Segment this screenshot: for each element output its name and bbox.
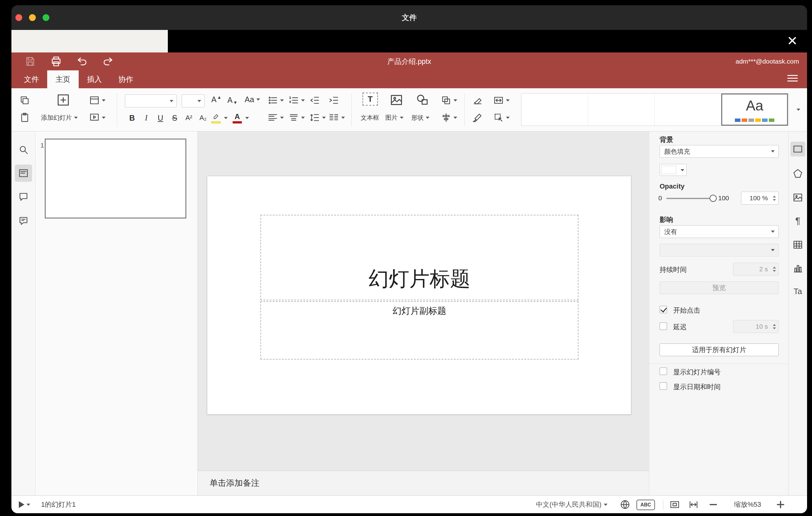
- left-icon-strip: [11, 132, 35, 495]
- show-date-time-checkbox[interactable]: [660, 382, 667, 390]
- chat-button[interactable]: [15, 212, 32, 230]
- start-slideshow-statusbar-button[interactable]: [19, 496, 30, 513]
- tab-insert[interactable]: 插入: [79, 70, 110, 88]
- increase-font-button[interactable]: A▲: [211, 95, 222, 104]
- align-objects-button[interactable]: [441, 112, 457, 123]
- chart-settings-button[interactable]: [790, 261, 805, 276]
- decrease-indent-button[interactable]: [310, 95, 320, 106]
- slide[interactable]: 幻灯片标题 幻灯片副标题: [207, 176, 631, 414]
- slide-settings-button[interactable]: [790, 142, 805, 156]
- zoom-in-button[interactable]: [777, 501, 784, 508]
- tab-collaboration[interactable]: 协作: [110, 70, 142, 88]
- opacity-slider-track[interactable]: [666, 198, 713, 199]
- undo-icon[interactable]: [76, 56, 88, 67]
- font-color-button[interactable]: A: [231, 113, 243, 123]
- underline-button[interactable]: U: [153, 111, 168, 125]
- opacity-value-input[interactable]: 100 %: [741, 192, 779, 205]
- start-slideshow-button[interactable]: [89, 112, 106, 123]
- insert-textbox-button[interactable]: T: [362, 93, 378, 106]
- fill-type-select[interactable]: 颜色填充: [660, 145, 779, 158]
- insert-shape-button[interactable]: [415, 93, 429, 107]
- globe-icon[interactable]: [620, 499, 630, 510]
- copy-style-button[interactable]: [472, 112, 483, 123]
- fit-slide-icon[interactable]: [669, 499, 680, 510]
- paste-button[interactable]: [20, 112, 30, 123]
- insert-image-button[interactable]: [390, 93, 403, 107]
- fill-color-picker[interactable]: [660, 164, 687, 176]
- language-selector[interactable]: 中文(中华人民共和国): [536, 496, 607, 513]
- subtitle-placeholder[interactable]: 幻灯片副标题: [260, 301, 578, 360]
- tab-home[interactable]: 主页: [47, 70, 79, 88]
- font-size-combo[interactable]: [182, 94, 205, 107]
- increase-indent-button[interactable]: [328, 95, 339, 106]
- spellcheck-button[interactable]: ABC: [636, 500, 655, 510]
- save-icon[interactable]: [24, 56, 36, 67]
- hamburger-menu-icon[interactable]: [787, 73, 798, 83]
- shape-settings-button[interactable]: [790, 166, 805, 181]
- bullets-button[interactable]: [267, 95, 284, 106]
- chevron-down-icon: [245, 117, 249, 119]
- copy-button[interactable]: [20, 95, 30, 106]
- theme-tile-3[interactable]: [655, 93, 721, 125]
- slide-size-button[interactable]: [493, 95, 510, 106]
- paragraph-settings-button[interactable]: ¶: [790, 213, 805, 228]
- duration-input[interactable]: 2 s: [733, 263, 779, 276]
- add-slide-dropdown[interactable]: 添加幻灯片: [41, 114, 78, 122]
- arrange-button[interactable]: [441, 95, 457, 106]
- notes-area[interactable]: 单击添加备注: [198, 470, 649, 495]
- bold-button[interactable]: B: [125, 111, 139, 125]
- line-spacing-button[interactable]: [310, 112, 326, 123]
- add-slide-button[interactable]: [56, 93, 70, 107]
- textart-settings-button[interactable]: Ta: [790, 284, 805, 299]
- zoom-out-button[interactable]: [709, 504, 717, 505]
- theme-gallery-more-button[interactable]: [793, 93, 804, 126]
- horizontal-align-button[interactable]: [267, 112, 284, 123]
- slide-canvas[interactable]: 幻灯片标题 幻灯片副标题: [198, 132, 649, 470]
- columns-button[interactable]: [328, 112, 345, 123]
- slide-layout-button[interactable]: [89, 95, 106, 106]
- print-icon[interactable]: [50, 56, 62, 67]
- theme-tile-1[interactable]: [521, 93, 588, 125]
- theme-tile-2[interactable]: [588, 93, 655, 125]
- image-icon: [390, 93, 403, 107]
- clear-style-button[interactable]: [472, 95, 483, 106]
- insert-textbox-label[interactable]: 文本框: [361, 114, 379, 122]
- apply-to-all-slides-button[interactable]: 适用于所有幻灯片: [660, 343, 779, 356]
- search-button[interactable]: [15, 141, 32, 158]
- table-settings-button[interactable]: [790, 237, 805, 252]
- opacity-slider-knob[interactable]: [709, 195, 717, 202]
- theme-tile-selected[interactable]: Aa: [721, 93, 788, 125]
- preview-button[interactable]: 预览: [660, 282, 779, 294]
- delay-checkbox[interactable]: [660, 322, 667, 330]
- slide-thumbnail[interactable]: [45, 139, 186, 219]
- decrease-font-button[interactable]: A▼: [227, 95, 237, 105]
- numbering-button[interactable]: [288, 95, 305, 106]
- image-settings-button[interactable]: [790, 190, 805, 205]
- font-name-combo[interactable]: [125, 94, 177, 107]
- delay-input[interactable]: 10 s: [733, 320, 779, 333]
- comments-button[interactable]: [15, 188, 32, 205]
- tab-file[interactable]: 文件: [16, 70, 47, 88]
- select-tool-button[interactable]: [493, 112, 510, 123]
- fit-width-icon[interactable]: [688, 499, 699, 510]
- show-slide-number-checkbox[interactable]: [660, 368, 667, 375]
- start-on-click-checkbox[interactable]: [660, 306, 667, 313]
- subscript-button[interactable]: A₂: [196, 111, 210, 125]
- slides-panel-button[interactable]: [15, 165, 32, 182]
- spinner-icon[interactable]: [773, 192, 776, 204]
- highlight-color-button[interactable]: [210, 113, 222, 123]
- close-icon[interactable]: ✕: [784, 33, 800, 49]
- change-case-button[interactable]: Aa: [245, 95, 260, 104]
- insert-shape-dropdown[interactable]: 形状: [411, 114, 430, 122]
- status-bar: 1的幻灯片1 中文(中华人民共和国) ABC 缩放%53: [11, 495, 807, 513]
- vertical-align-button[interactable]: [288, 112, 305, 123]
- strikeout-button[interactable]: S: [168, 111, 182, 125]
- spinner-icon[interactable]: [773, 263, 776, 275]
- insert-image-dropdown[interactable]: 图片: [385, 114, 404, 122]
- title-placeholder[interactable]: 幻灯片标题: [260, 215, 578, 300]
- effect-type-select[interactable]: [660, 244, 779, 256]
- effect-select[interactable]: 没有: [660, 225, 779, 238]
- spinner-icon[interactable]: [773, 320, 776, 333]
- italic-button[interactable]: I: [139, 111, 153, 125]
- superscript-button[interactable]: A²: [182, 111, 196, 125]
